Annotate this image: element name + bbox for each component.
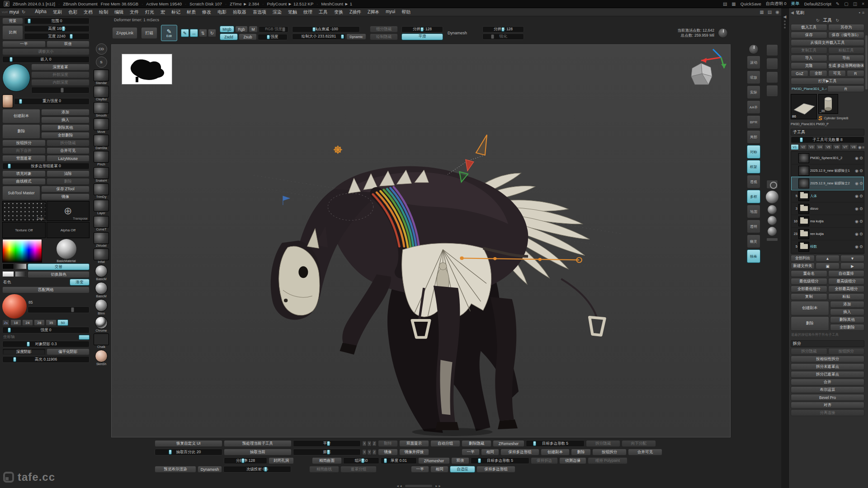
目标多边形数-5-slider[interactable]: 目标多边形数 5 bbox=[471, 457, 529, 464]
组环-50-slider[interactable]: 组环 50 bbox=[343, 457, 379, 464]
subtool-item-ma-kuijia[interactable]: 10ma kuijia◉⚙ bbox=[792, 215, 863, 228]
拆分隐藏-button[interactable]: 拆分隐藏 bbox=[791, 348, 827, 355]
brush-slot-DamSta[interactable]: DamSta bbox=[94, 135, 109, 150]
quick-brush-CD-icon[interactable]: CD bbox=[96, 43, 107, 55]
panels-icon[interactable]: ◫ bbox=[853, 1, 857, 6]
删除隐藏-button[interactable]: 删除隐藏 bbox=[462, 440, 491, 447]
Layer-thumbnail-icon[interactable] bbox=[94, 200, 109, 211]
Move-thumbnail-icon[interactable] bbox=[94, 118, 109, 130]
slider-handle[interactable] bbox=[241, 458, 245, 463]
curve-start-marker[interactable] bbox=[283, 196, 290, 205]
mask-by-polygroup-slider[interactable]: 按多边形组遮罩 0 bbox=[2, 163, 90, 169]
全部列出-button[interactable]: 全部列出 bbox=[791, 255, 815, 262]
slider-handle[interactable] bbox=[62, 26, 65, 31]
folder-icon[interactable] bbox=[798, 229, 809, 239]
brush-slot-BasicM[interactable]: BasicM bbox=[95, 282, 108, 298]
window-icon[interactable]: ▢ bbox=[844, 1, 848, 6]
subtool-item-2025129_new-贴膜骑士1[interactable]: 2025.12.9_new 贴膜骑士1◉⚙ bbox=[792, 164, 863, 177]
gear-icon[interactable]: ⚙ bbox=[859, 206, 863, 211]
导出-button[interactable]: 导出 bbox=[828, 55, 865, 61]
BasicM-thumbnail-icon[interactable] bbox=[95, 265, 108, 277]
R-button[interactable]: R bbox=[847, 70, 864, 77]
visibility-eye-icon[interactable]: ◉ bbox=[855, 219, 859, 224]
新建文件夹-button[interactable]: 新建文件夹 bbox=[791, 263, 815, 269]
material-slider[interactable] bbox=[28, 306, 90, 313]
最低级细分-button[interactable]: 最低级细分 bbox=[791, 278, 827, 285]
全部最高细分-button[interactable]: 全部最高细分 bbox=[828, 286, 865, 292]
Smooth-thumbnail-icon[interactable] bbox=[94, 102, 109, 114]
subtool-view-tab-v1[interactable]: V1 bbox=[791, 144, 799, 150]
menu-item-首选项[interactable]: 首选项 bbox=[250, 9, 269, 15]
delete-all-button[interactable]: 全部删除 bbox=[41, 132, 90, 139]
draw-size-preset-18[interactable]: 18 bbox=[10, 319, 21, 326]
draw-size-slider[interactable]: 绘制大小 233.82281 bbox=[292, 33, 345, 40]
lazymouse-button[interactable]: LazyMouse bbox=[47, 155, 90, 162]
subtool-view-tab-v8[interactable]: V8 bbox=[849, 144, 858, 150]
重命名-button[interactable]: 重命名 bbox=[791, 270, 827, 277]
pen-icon[interactable]: ✎ bbox=[836, 1, 840, 6]
shelf-toggle-多框[interactable]: 多框 bbox=[747, 190, 760, 203]
删除-button[interactable]: 删除 bbox=[571, 449, 591, 455]
次级投射-06-slider[interactable]: 次级投射 0.6 bbox=[223, 466, 291, 473]
维持-Polypaint-button[interactable]: 维持 Polypaint bbox=[588, 457, 627, 464]
shelf-knob-icon[interactable] bbox=[718, 28, 728, 38]
mirror-button[interactable]: 镜像 bbox=[41, 193, 90, 200]
slider-handle[interactable] bbox=[533, 441, 536, 446]
object-shadow-slider[interactable]: 对象阴影 0.3 bbox=[2, 341, 90, 347]
gradient-swatch-2[interactable] bbox=[15, 271, 27, 277]
预处理当前子工具-button[interactable]: 预处理当前子工具 bbox=[224, 440, 292, 447]
最高级细分-button[interactable]: 最高级细分 bbox=[828, 278, 865, 285]
gear-icon[interactable]: ⚙ bbox=[859, 156, 863, 160]
插入-button[interactable]: 插入 bbox=[830, 309, 865, 315]
slider-handle[interactable] bbox=[501, 27, 505, 32]
CurveT-thumbnail-icon[interactable] bbox=[94, 216, 109, 228]
scroll-right-icon[interactable]: ►► bbox=[435, 484, 441, 488]
dynamic-toggle[interactable]: Dynamic bbox=[346, 33, 366, 40]
secondary-color-swatch[interactable] bbox=[2, 271, 14, 277]
embed-slider[interactable]: 嵌入 0 bbox=[2, 56, 90, 63]
slider-handle[interactable] bbox=[13, 357, 16, 362]
axis-x-toggle[interactable]: X bbox=[362, 441, 367, 446]
SnakeH-thumbnail-icon[interactable] bbox=[94, 167, 109, 179]
switch-button[interactable]: 交替 bbox=[28, 263, 90, 270]
menu-item-变换[interactable]: 变换 bbox=[331, 9, 346, 15]
menu-item-Z插件[interactable]: Z插件 bbox=[346, 9, 364, 15]
shelf-toggle-缩放[interactable]: 缩放 bbox=[747, 70, 760, 84]
duplicate-button[interactable]: 创建副本 bbox=[2, 109, 40, 123]
brush-slot-Chrome[interactable]: Chrome bbox=[95, 316, 108, 333]
slider-handle[interactable] bbox=[27, 342, 30, 347]
slider-handle[interactable] bbox=[169, 450, 172, 455]
menu-item-笔触[interactable]: 笔触 bbox=[285, 9, 300, 15]
visibility-eye-icon[interactable]: ◉ bbox=[855, 169, 859, 173]
zapplink-button[interactable]: ZAppLink bbox=[112, 27, 137, 39]
delete-other-button[interactable]: 删除其他 bbox=[41, 124, 90, 131]
gear-icon[interactable]: ⚙ bbox=[859, 219, 863, 224]
cycle-left-icon[interactable]: ↻ bbox=[816, 18, 820, 23]
slider-handle[interactable] bbox=[61, 88, 64, 93]
gradient-swatch-1[interactable] bbox=[15, 263, 27, 269]
material-sphere-icon[interactable] bbox=[57, 239, 76, 259]
创建副本-button[interactable]: 创建副本 bbox=[541, 449, 570, 455]
draw-mode-icon[interactable]: ✎ bbox=[181, 29, 189, 37]
outer-depth-button[interactable]: 外部深度 bbox=[31, 71, 90, 78]
width-slider[interactable]: 宽度 2240 bbox=[24, 33, 90, 40]
gradient-button[interactable]: 渐变 bbox=[70, 279, 90, 286]
zscript-name[interactable]: DefaultZScript bbox=[804, 1, 831, 6]
visibility-eye-icon[interactable]: ◉ bbox=[855, 206, 859, 211]
menu-item-编辑[interactable]: 编辑 bbox=[111, 9, 127, 15]
ZRemesher-button[interactable]: ZRemesher bbox=[493, 440, 524, 447]
half-button[interactable]: 一半 bbox=[2, 41, 46, 47]
split-section-header[interactable]: 拆分 bbox=[791, 340, 864, 347]
拆分隐藏-button[interactable]: 拆分隐藏 bbox=[586, 440, 620, 447]
slider-handle[interactable] bbox=[19, 99, 22, 104]
gravity-preview-thumbnail[interactable] bbox=[2, 94, 13, 108]
粘贴工具-button[interactable]: 粘贴工具 bbox=[828, 47, 865, 54]
slider-handle[interactable] bbox=[312, 27, 316, 32]
hide-draw-button[interactable]: 绘制隐藏 bbox=[370, 33, 398, 40]
抽取百分比-20-slider[interactable]: 抽取百分比 20 bbox=[155, 449, 222, 455]
shelf-toggle-局部[interactable]: 局部 bbox=[747, 130, 760, 144]
从项目文件载入工具-button[interactable]: 从项目文件载入工具 bbox=[791, 39, 864, 46]
导入-button[interactable]: 导入 bbox=[791, 55, 827, 61]
list-icon[interactable]: ≡ bbox=[862, 145, 864, 150]
fill-object-button[interactable]: 填充对象 bbox=[2, 170, 46, 177]
